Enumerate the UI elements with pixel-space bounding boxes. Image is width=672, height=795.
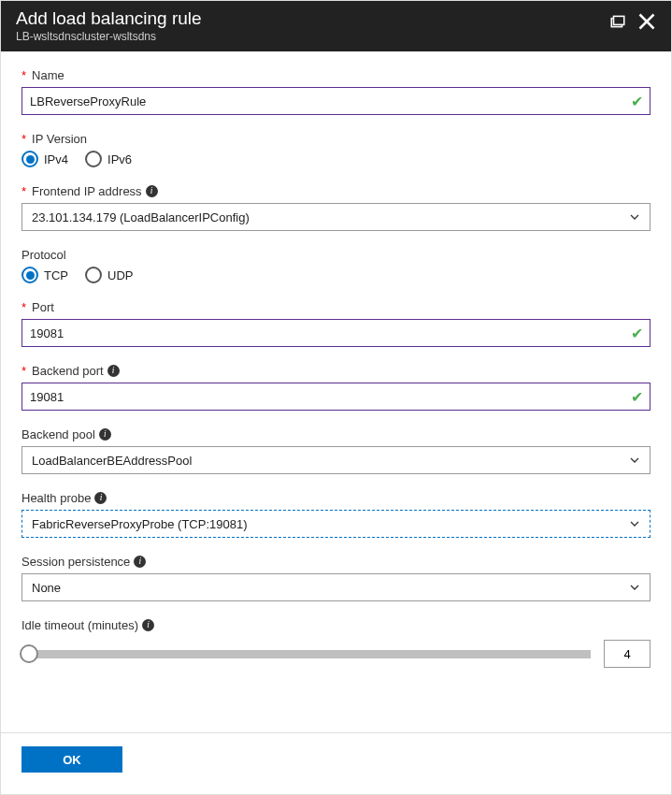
info-icon[interactable]: i (146, 185, 158, 197)
healthprobe-label: Health probe (21, 491, 91, 505)
field-idle-timeout: Idle timeout (minutes) i (21, 618, 651, 668)
slider-thumb[interactable] (20, 644, 38, 663)
port-input[interactable] (21, 319, 651, 347)
panel-title: Add load balancing rule (16, 8, 202, 29)
name-input[interactable] (21, 87, 651, 115)
field-port: *Port ✔ (21, 300, 651, 347)
svg-rect-1 (614, 16, 624, 24)
field-backend-pool: Backend pool i LoadBalancerBEAddressPool (21, 427, 651, 474)
check-icon: ✔ (631, 388, 643, 406)
backendport-label: Backend port (32, 364, 104, 378)
field-name: *Name ✔ (21, 68, 651, 115)
field-frontend-ip: *Frontend IP address i 23.101.134.179 (L… (21, 184, 651, 231)
radio-udp[interactable]: UDP (85, 267, 133, 283)
field-protocol: Protocol TCP UDP (21, 248, 651, 283)
chevron-down-icon (629, 582, 640, 593)
healthprobe-select[interactable]: FabricReverseProxyProbe (TCP:19081) (21, 510, 651, 538)
info-icon[interactable]: i (142, 619, 154, 631)
backendpool-label: Backend pool (21, 427, 95, 441)
ipversion-label: IP Version (32, 132, 87, 146)
ok-button[interactable]: OK (21, 746, 122, 773)
chevron-down-icon (629, 211, 640, 223)
session-label: Session persistence (21, 555, 130, 569)
radio-tcp[interactable]: TCP (21, 267, 68, 283)
check-icon: ✔ (631, 325, 643, 342)
info-icon[interactable]: i (94, 492, 107, 504)
backendpool-select[interactable]: LoadBalancerBEAddressPool (21, 446, 651, 474)
field-ipversion: *IP Version IPv4 IPv6 (21, 132, 651, 167)
info-icon[interactable]: i (107, 365, 120, 377)
backendport-input[interactable] (21, 383, 651, 411)
info-icon[interactable]: i (134, 556, 146, 568)
idle-label: Idle timeout (minutes) (21, 618, 138, 632)
close-icon[interactable] (637, 12, 656, 35)
panel-footer: OK (1, 732, 671, 794)
radio-ipv4[interactable]: IPv4 (21, 151, 68, 167)
name-label: Name (32, 68, 64, 82)
chevron-down-icon (629, 518, 640, 529)
frontend-select[interactable]: 23.101.134.179 (LoadBalancerIPConfig) (21, 203, 651, 231)
frontend-label: Frontend IP address (32, 184, 142, 198)
field-session-persistence: Session persistence i None (21, 555, 651, 601)
panel-header: Add load balancing rule LB-wsltsdnsclust… (1, 1, 671, 51)
form-body: *Name ✔ *IP Version IPv4 IPv6 *Frontend … (1, 51, 671, 730)
idle-value-input[interactable] (604, 640, 651, 668)
radio-ipv6[interactable]: IPv6 (85, 151, 132, 167)
field-health-probe: Health probe i FabricReverseProxyProbe (… (21, 491, 651, 538)
info-icon[interactable]: i (99, 428, 111, 441)
restore-icon[interactable] (609, 13, 626, 34)
panel-subtitle: LB-wsltsdnscluster-wsltsdns (16, 30, 202, 43)
protocol-label: Protocol (21, 248, 66, 262)
port-label: Port (32, 300, 54, 314)
session-select[interactable]: None (21, 573, 651, 601)
field-backend-port: *Backend port i ✔ (21, 364, 651, 411)
chevron-down-icon (629, 455, 640, 466)
idle-slider[interactable] (21, 650, 591, 658)
check-icon: ✔ (631, 93, 643, 110)
